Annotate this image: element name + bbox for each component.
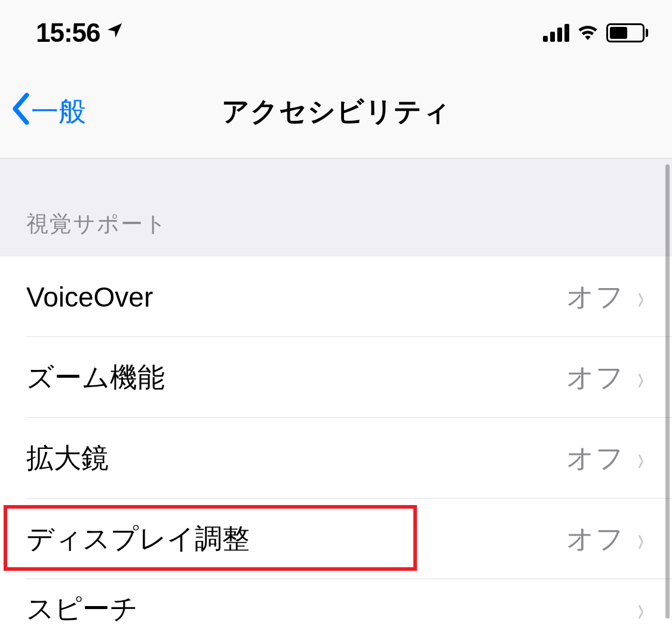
status-bar: 15:56 xyxy=(0,0,672,66)
chevron-right-icon: › xyxy=(637,277,643,317)
chevron-right-icon: › xyxy=(637,519,643,559)
row-value: オフ xyxy=(566,279,625,316)
chevron-right-icon: › xyxy=(637,589,643,624)
row-value: オフ xyxy=(566,359,625,396)
row-value: オフ xyxy=(566,440,625,477)
cellular-signal-icon xyxy=(543,24,569,42)
location-icon xyxy=(105,20,124,45)
wifi-icon xyxy=(576,23,599,42)
back-button[interactable]: 一般 xyxy=(11,92,86,132)
battery-icon xyxy=(606,23,648,42)
settings-list: VoiceOver オフ › ズーム機能 オフ › 拡大鏡 オフ › ディスプレ… xyxy=(0,256,672,624)
scrollbar[interactable] xyxy=(665,164,670,619)
chevron-left-icon xyxy=(11,92,31,132)
chevron-right-icon: › xyxy=(637,358,643,397)
nav-bar: 一般 アクセシビリティ xyxy=(0,66,672,158)
row-label: ズーム機能 xyxy=(26,359,566,396)
status-left: 15:56 xyxy=(36,18,124,48)
row-value: オフ xyxy=(566,521,625,558)
row-label: ディスプレイ調整 xyxy=(26,521,566,558)
row-label: 拡大鏡 xyxy=(26,440,566,477)
row-label: スピーチ xyxy=(26,591,625,624)
row-magnifier[interactable]: 拡大鏡 オフ › xyxy=(0,418,672,498)
status-time: 15:56 xyxy=(36,18,100,48)
page-title: アクセシビリティ xyxy=(222,93,451,130)
row-voiceover[interactable]: VoiceOver オフ › xyxy=(0,256,672,337)
section-header: 視覚サポート xyxy=(0,158,672,256)
row-label: VoiceOver xyxy=(26,281,566,313)
status-right xyxy=(543,23,648,42)
back-label: 一般 xyxy=(31,93,86,130)
row-display-accommodations[interactable]: ディスプレイ調整 オフ › xyxy=(0,498,672,579)
row-zoom[interactable]: ズーム機能 オフ › xyxy=(0,337,672,418)
chevron-right-icon: › xyxy=(637,439,643,478)
row-speech[interactable]: スピーチ › xyxy=(0,579,672,624)
